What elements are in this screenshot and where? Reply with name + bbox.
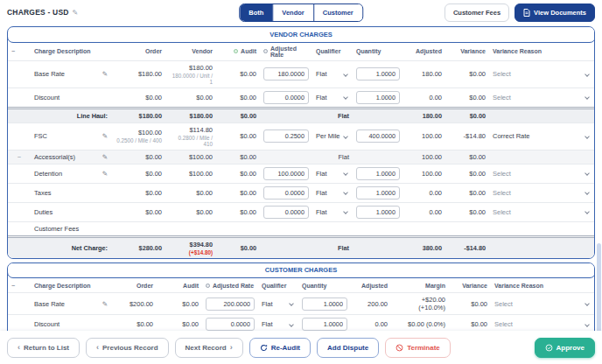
adjusted-rate-input[interactable] (263, 186, 309, 200)
adjusted-value: 180.00 (403, 67, 445, 80)
return-to-list-button[interactable]: ‹ Return to List (7, 338, 80, 358)
edit-icon[interactable]: ✎ (102, 300, 108, 308)
quantity-input[interactable] (356, 130, 400, 143)
next-record-button[interactable]: Next Record › (175, 338, 243, 358)
quantity-input[interactable] (302, 298, 347, 311)
adjusted-rate-input[interactable] (263, 91, 309, 104)
quantity-cell (353, 245, 403, 250)
quantity-input[interactable] (356, 67, 400, 80)
variance-reason-select[interactable]: Select (489, 67, 594, 80)
value-text: $0.00 (220, 170, 256, 178)
qualifier-select[interactable]: Flat (312, 206, 353, 219)
approve-button[interactable]: Approve (535, 338, 595, 358)
qualifier-select[interactable]: Flat (312, 186, 353, 200)
variance-reason-select[interactable]: Select (489, 167, 594, 180)
column-header-label: Charge Description (34, 283, 91, 289)
view-documents-button[interactable]: View Documents (514, 4, 595, 22)
variance-reason-select[interactable]: Correct Rate (489, 130, 594, 143)
toggle-vendor[interactable]: Vendor (272, 4, 312, 21)
rate-status-icon (206, 284, 210, 288)
collapse-all-icon[interactable]: − (11, 283, 15, 289)
qualifier-select[interactable]: Flat (258, 298, 298, 311)
quantity-cell (298, 315, 351, 331)
value-text: $0.00 (220, 189, 256, 197)
margin-value: +$20.00 (+10.0%) (391, 293, 449, 314)
value-text: $394.80 (169, 241, 213, 248)
qualifier-select[interactable]: Flat (312, 167, 353, 180)
collapse-all-icon[interactable]: − (11, 48, 15, 54)
qualifier-value: Flat (262, 300, 273, 308)
previous-record-button[interactable]: ‹ Previous Record (86, 338, 169, 358)
value-text: $0.00 (449, 208, 486, 216)
vertical-scrollbar[interactable] (597, 243, 601, 331)
quantity-input[interactable] (356, 167, 400, 180)
toggle-customer[interactable]: Customer (313, 4, 362, 21)
variance-reason-select[interactable]: Select (489, 186, 594, 200)
qualifier-select[interactable]: Flat (312, 91, 353, 104)
vendor-value: $100.00 (165, 167, 216, 180)
adjusted-rate-input[interactable] (206, 318, 255, 331)
adjusted-rate-input[interactable] (263, 67, 309, 80)
charge-description-cell: Customer Fees (31, 222, 111, 235)
expander-cell[interactable]: − (8, 150, 31, 164)
order-value: $280.00 (111, 242, 165, 255)
variance-reason-select[interactable]: Select (491, 318, 594, 331)
value-text: $100.00 (169, 153, 213, 161)
edit-icon[interactable]: ✎ (102, 132, 108, 140)
value-text: $0.00 (449, 112, 486, 120)
view-documents-label: View Documents (534, 9, 586, 17)
adjusted-value: 100.00 (403, 150, 445, 164)
variance-value: $0.00 (445, 150, 489, 164)
audit-value: $0.00 (216, 167, 260, 180)
column-header-label: Margin (425, 283, 445, 289)
check-circle-icon (545, 344, 553, 352)
audit-value: $0.00 (216, 109, 260, 122)
edit-icon[interactable]: ✎ (102, 70, 108, 78)
variance-reason-select[interactable]: Select (489, 91, 594, 104)
edit-title-icon[interactable]: ✎ (73, 9, 79, 17)
column-header-label: Order (145, 48, 162, 54)
chevron-down-icon (343, 94, 348, 100)
subtotal-row: Net Charge:$280.00$394.80(+$14.80)$0.00F… (8, 235, 594, 258)
chevron-down-icon (343, 190, 348, 195)
charge-row: −Accessorial(s)✎$0.00$100.00$0.00Flat100… (8, 150, 594, 164)
row-expander-icon[interactable]: − (18, 153, 21, 161)
customer-fees-button[interactable]: Customer Fees (444, 4, 509, 22)
add-dispute-label: Add Dispute (327, 344, 368, 352)
adjusted-rate-input[interactable] (263, 167, 309, 180)
value-text: $114.80 (169, 126, 213, 134)
edit-icon[interactable]: ✎ (102, 170, 108, 178)
page-title: CHARGES - USD (7, 8, 69, 17)
subtotal-qualifier: Flat (312, 242, 353, 255)
value-text: $0.00 (449, 70, 486, 78)
add-dispute-button[interactable]: Add Dispute (317, 338, 379, 358)
toggle-both[interactable]: Both (240, 4, 272, 21)
quantity-input[interactable] (356, 206, 400, 219)
terminate-button[interactable]: Terminate (385, 338, 451, 358)
rate-detail-text: 180.0000 / Unit / 1 (169, 73, 213, 85)
pencil-icon[interactable]: ✎ (102, 153, 108, 161)
qualifier-select[interactable]: Per Mile (312, 130, 353, 143)
qualifier-value: Flat (316, 208, 327, 216)
column-header-label: Variance Reason (494, 283, 543, 289)
variance-reason-select[interactable]: Select (489, 206, 594, 219)
adjusted-rate-input[interactable] (263, 130, 309, 143)
variance-reason-select[interactable]: Select (491, 298, 594, 311)
quantity-cell (353, 164, 403, 183)
adjusted-rate-cell (260, 127, 312, 145)
quantity-input[interactable] (302, 318, 347, 331)
charge-description: Detention (34, 170, 62, 178)
re-audit-button[interactable]: Re-Audit (249, 338, 311, 358)
vendor-value: $180.00 (165, 109, 216, 122)
adjusted-rate-input[interactable] (206, 298, 255, 311)
qualifier-select[interactable]: Flat (312, 67, 353, 80)
charge-description-cell: Duties (31, 206, 111, 219)
quantity-input[interactable] (356, 91, 400, 104)
value-text: $280.00 (115, 244, 162, 252)
variance-value: $0.00 (449, 318, 491, 331)
column-header-label: Quantity (356, 48, 381, 54)
value-text: $0.00 (169, 189, 213, 197)
qualifier-select[interactable]: Flat (258, 318, 298, 331)
quantity-input[interactable] (356, 186, 400, 200)
adjusted-rate-input[interactable] (263, 206, 309, 219)
